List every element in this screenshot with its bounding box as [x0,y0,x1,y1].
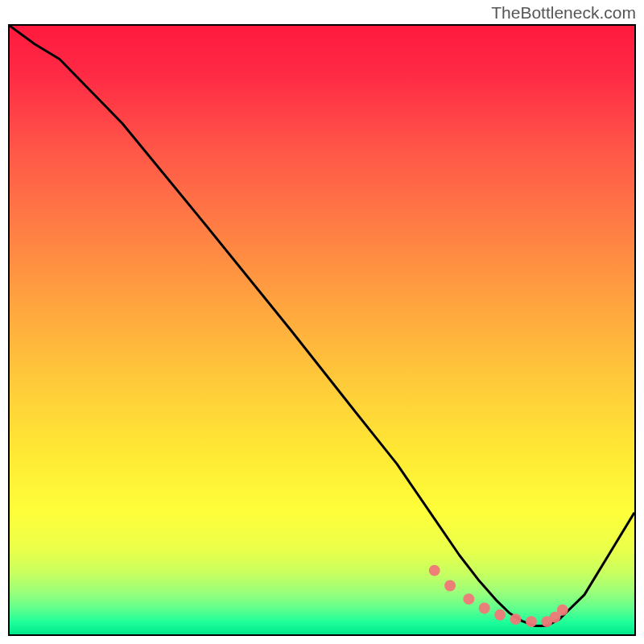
chart-markers [429,565,568,627]
chart-plot-area [8,24,636,636]
svg-point-3 [479,603,490,614]
svg-point-2 [463,593,474,605]
svg-point-0 [429,565,440,576]
svg-point-9 [557,605,568,616]
svg-point-5 [510,613,522,625]
chart-curve [10,26,634,625]
svg-point-6 [526,616,537,627]
chart-svg [10,26,634,634]
watermark-text: TheBottleneck.com [491,3,636,23]
svg-point-1 [444,580,456,592]
svg-point-4 [494,609,506,621]
